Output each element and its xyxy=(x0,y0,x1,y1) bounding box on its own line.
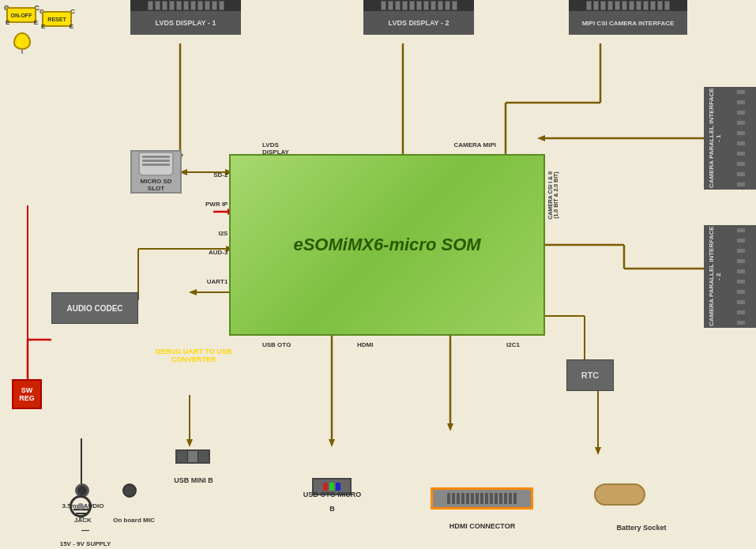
cam-parallel-1-label: CAMERA PARALLEL INTERFACE - 1 xyxy=(708,87,722,190)
onboard-mic xyxy=(122,483,137,498)
connector-pin xyxy=(736,248,746,254)
connector-pin xyxy=(402,1,408,10)
pin-sd2: SD-2 xyxy=(205,171,228,179)
connector-pin xyxy=(162,1,167,10)
hdmi-pin xyxy=(452,493,455,504)
pin-aud3: AUD-3 xyxy=(205,249,228,256)
battery-label: Battery Socket xyxy=(606,519,677,533)
pin-pwr: PWR IP xyxy=(205,201,228,208)
connector-pin xyxy=(643,1,649,10)
power-supply-area xyxy=(70,495,92,517)
connector-pin xyxy=(586,1,592,10)
camera-parallel-1-body: CAMERA PARALLEL INTERFACE - 1 xyxy=(704,87,726,190)
connector-pin xyxy=(600,1,606,10)
hdmi-pin xyxy=(466,493,469,504)
connector-pin xyxy=(736,310,746,315)
svg-marker-26 xyxy=(189,289,197,295)
pin-i2c1: I2C1 xyxy=(506,341,520,348)
power-symbol xyxy=(70,495,92,517)
connector-pin xyxy=(736,269,746,274)
hdmi-pin xyxy=(457,493,460,504)
connector-pin xyxy=(388,1,393,10)
cam-parallel-2-label: CAMERA PARALLEL INTERFACE - 2 xyxy=(708,225,722,328)
connector-pin xyxy=(736,227,746,233)
connector-pin xyxy=(736,151,746,156)
connector-pin xyxy=(736,238,746,243)
pin-camera-csi: CAMERA CSI I & II(1.0 BIT & 2.0 BIT) xyxy=(547,171,587,220)
hdmi-pin xyxy=(504,493,507,504)
connector-pin xyxy=(148,1,153,10)
svg-marker-37 xyxy=(186,439,193,447)
connector-pin xyxy=(622,1,627,10)
hdmi-pin xyxy=(480,493,483,504)
connector-pin xyxy=(664,1,670,10)
connector-pin xyxy=(452,1,457,10)
onboard-mic-label: On board MIC xyxy=(112,511,156,525)
connector-pin xyxy=(736,130,746,136)
connector-pin xyxy=(736,258,746,264)
lvds2-label: LVDS DISPLAY - 2 xyxy=(389,19,449,27)
hdmi-pin xyxy=(490,493,493,504)
audio-codec-label: AUDIO CODEC xyxy=(66,304,122,313)
som-label: eSOMiMX6-micro SOM xyxy=(293,235,480,255)
pin-uart1: UART1 xyxy=(205,278,228,285)
connector-pin xyxy=(409,1,415,10)
board: C C ON-OFF E E C C RES xyxy=(0,0,756,549)
onoff-switch-area: C C ON-OFF E E xyxy=(4,4,39,54)
reset-label: RESET xyxy=(47,17,66,22)
som-chip: SD-2 PWR IP I2S AUD-3 UART1 LVDSDISPLAY … xyxy=(229,154,545,336)
e-label-onoff: E xyxy=(6,19,9,26)
lvds-display-1-connector: LVDS DISPLAY - 1 xyxy=(130,0,241,35)
connector-pin xyxy=(155,1,160,10)
camera-parallel-2 xyxy=(726,225,756,328)
hdmi-pin xyxy=(485,493,488,504)
hdmi-connector xyxy=(431,487,533,510)
connector-pin xyxy=(736,320,746,325)
connector-pin xyxy=(736,171,746,177)
connector-pin xyxy=(438,1,443,10)
rtc-label: RTC xyxy=(581,370,600,380)
microsd-label: MICRO SD SLOT xyxy=(132,178,180,192)
usb-mini-b-label: USB MINI B xyxy=(166,472,221,486)
connector-pin xyxy=(381,1,386,10)
lvds-display-2-connector: LVDS DISPLAY - 2 xyxy=(363,0,474,35)
pin-usb-otg: USB OTG xyxy=(262,341,291,348)
hdmi-pin xyxy=(509,493,512,504)
connector-pin xyxy=(736,182,746,187)
connector-pin xyxy=(445,1,450,10)
pin-lvds-display: LVDSDISPLAY xyxy=(262,141,289,156)
power-supply-label: — 15V - 9V SUPPLY xyxy=(54,526,117,549)
hdmi-pin xyxy=(447,493,450,504)
hdmi-label: HDMI CONNECTOR xyxy=(421,517,543,532)
debug-uart-label: DEBUG UART TO USB CONVERTER xyxy=(156,348,231,363)
hdmi-pin xyxy=(513,493,517,504)
usb-mini-b-connector xyxy=(175,449,210,464)
connector-pin xyxy=(657,1,663,10)
connector-pin xyxy=(607,1,613,10)
camera-parallel-2-body: CAMERA PARALLEL INTERFACE - 2 xyxy=(704,225,726,328)
connector-pin xyxy=(736,289,746,295)
sw-reg-block: SW REG xyxy=(12,379,42,409)
usb-otg-label: USB OTG MICRO B xyxy=(303,486,362,514)
reset-switch-area: C C RESET E E xyxy=(39,8,75,30)
connector-pin xyxy=(650,1,656,10)
camera-parallel-1 xyxy=(726,87,756,190)
sw-reg-label: SW REG xyxy=(13,386,40,402)
microsd-slot: MICRO SD SLOT xyxy=(130,150,182,194)
connector-pin xyxy=(197,1,203,10)
onoff-label: ON-OFF xyxy=(11,13,32,18)
hdmi-pin xyxy=(476,493,479,504)
connector-pin xyxy=(212,1,217,10)
svg-marker-28 xyxy=(329,439,335,447)
connector-pin xyxy=(431,1,436,10)
connector-pin xyxy=(736,141,746,146)
lvds1-label: LVDS DISPLAY - 1 xyxy=(156,19,216,27)
connector-pin xyxy=(736,89,746,95)
mipi-csi-label: MIPI CSI CAMERA INTERFACE xyxy=(582,20,675,27)
connector-pin xyxy=(736,161,746,167)
hdmi-pin xyxy=(495,493,498,504)
connector-pin xyxy=(615,1,620,10)
svg-marker-35 xyxy=(595,447,601,455)
hdmi-pins xyxy=(447,493,517,504)
connector-pin xyxy=(423,1,429,10)
